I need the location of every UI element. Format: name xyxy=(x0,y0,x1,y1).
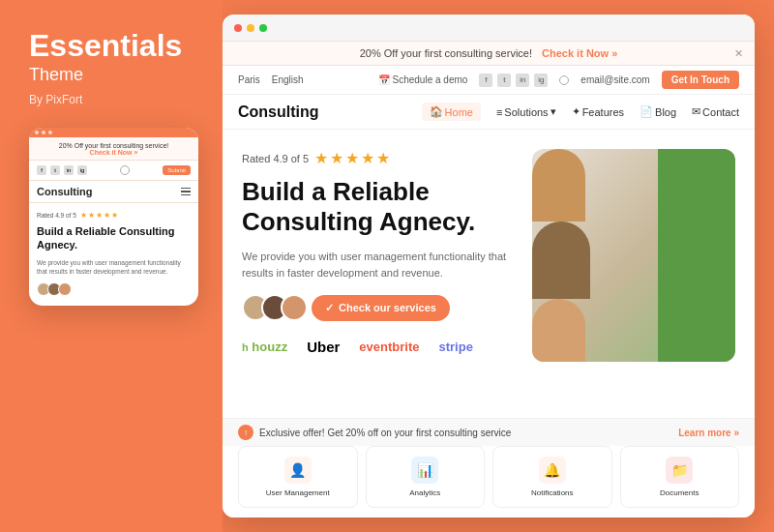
hero-rating: Rated 4.9 of 5 ★ ★ ★ ★ ★ xyxy=(242,149,513,167)
main-nav: Consulting 🏠 Home ≡ Solutions ▾ ✦ Featur… xyxy=(223,95,755,130)
mobile-top-bar xyxy=(29,128,198,137)
mobile-submit-btn[interactable]: Submit xyxy=(163,165,191,175)
brands-row: h houzz Uber eventbrite stripe xyxy=(242,339,513,355)
hero-section: Rated 4.9 of 5 ★ ★ ★ ★ ★ Build a Reliabl… xyxy=(223,130,755,418)
mobile-desc: We provide you with user management func… xyxy=(37,258,191,276)
nav-contact[interactable]: ✉ Contact xyxy=(692,105,739,118)
browser-mockup: 20% Off your first consulting service! C… xyxy=(223,15,755,517)
browser-dot-green xyxy=(259,24,267,32)
language-label: English xyxy=(272,74,304,85)
email-text: email@site.com xyxy=(580,74,649,85)
service-label-2: Analytics xyxy=(409,488,440,497)
service-label-3: Notifications xyxy=(531,488,574,497)
mobile-fb-icon: f xyxy=(37,165,46,175)
header-search-icon[interactable] xyxy=(559,75,569,85)
service-cards-row: 👤 User Management 📊 Analytics 🔔 Notifica… xyxy=(223,446,755,517)
service-icon-4: 📁 xyxy=(666,457,693,484)
offer-icon: ! xyxy=(238,425,253,440)
green-wall xyxy=(658,149,735,362)
site-logo[interactable]: Consulting xyxy=(238,103,319,121)
top-util-left: Paris English xyxy=(238,74,304,85)
hero-headline: Build a Reliable Consulting Agnecy. xyxy=(242,177,513,237)
location-label: Paris xyxy=(238,74,260,85)
mobile-rating: Rated 4.9 of 5 ★ ★ ★ ★ ★ xyxy=(37,211,191,220)
mobile-dot-2 xyxy=(42,131,45,134)
hero-desc: We provide you with user management func… xyxy=(242,249,513,281)
browser-dot-red xyxy=(234,24,242,32)
service-label-1: User Management xyxy=(266,488,330,497)
announcement-close-icon[interactable]: ✕ xyxy=(734,47,743,60)
twitter-icon[interactable]: t xyxy=(497,74,511,87)
app-subtitle: Theme xyxy=(29,65,203,85)
eventbrite-brand: eventbrite xyxy=(359,340,419,354)
browser-dot-yellow xyxy=(247,24,254,32)
mobile-ig-icon: ig xyxy=(77,165,87,175)
exclusive-offer: ! Exclusive offer! Get 20% off on your f… xyxy=(238,425,511,440)
app-by: By PixFort xyxy=(29,93,203,106)
mobile-content: Rated 4.9 of 5 ★ ★ ★ ★ ★ Build a Reliabl… xyxy=(29,203,198,306)
houzz-brand: h houzz xyxy=(242,340,287,354)
mobile-dot-1 xyxy=(35,131,39,134)
nav-blog[interactable]: 📄 Blog xyxy=(640,105,676,118)
service-icon-2: 📊 xyxy=(411,457,438,484)
mobile-stars: ★ ★ ★ ★ ★ xyxy=(80,211,118,220)
get-touch-btn[interactable]: Get In Touch xyxy=(662,71,739,89)
service-card-2: 📊 Analytics xyxy=(366,446,486,508)
mobile-logo-row: Consulting xyxy=(29,181,198,203)
mobile-hamburger-icon[interactable] xyxy=(181,188,191,196)
nav-links: 🏠 Home ≡ Solutions ▾ ✦ Features 📄 Blog ✉… xyxy=(422,103,739,121)
service-card-1: 👤 User Management xyxy=(238,446,358,508)
schedule-demo-btn[interactable]: 📅 Schedule a demo xyxy=(378,74,468,85)
hero-stars: ★ ★ ★ ★ ★ xyxy=(314,149,390,167)
app-title: Essentials xyxy=(29,29,203,63)
mobile-people xyxy=(37,282,191,296)
hero-cta-row: ✓ Check our services xyxy=(242,294,513,321)
left-panel: Essentials Theme By PixFort 20% Off your… xyxy=(0,0,223,532)
check-services-btn[interactable]: ✓ Check our services xyxy=(312,295,450,321)
service-card-4: 📁 Documents xyxy=(620,446,740,508)
service-icon-3: 🔔 xyxy=(539,457,566,484)
mobile-nav-icons: f t in ig xyxy=(37,165,87,175)
hero-image-container xyxy=(532,149,735,408)
mobile-search-icon xyxy=(120,165,130,175)
browser-announcement-bar: 20% Off your first consulting service! C… xyxy=(223,42,755,66)
hero-left: Rated 4.9 of 5 ★ ★ ★ ★ ★ Build a Reliabl… xyxy=(242,149,513,408)
bottom-offer-bar: ! Exclusive offer! Get 20% off on your f… xyxy=(223,418,755,446)
person-silhouette-3 xyxy=(532,299,585,362)
social-icons: f t in ig xyxy=(479,74,548,87)
person-silhouette-2 xyxy=(532,222,590,299)
top-util-right: 📅 Schedule a demo f t in ig email@site.c… xyxy=(378,71,740,89)
mobile-dot-3 xyxy=(48,131,52,134)
service-label-4: Documents xyxy=(660,488,699,497)
mobile-logo: Consulting xyxy=(37,186,92,197)
instagram-icon[interactable]: ig xyxy=(534,74,548,87)
nav-features[interactable]: ✦ Features xyxy=(572,105,624,118)
person-silhouette-1 xyxy=(532,149,585,222)
hero-img-bg xyxy=(532,149,735,362)
nav-home[interactable]: 🏠 Home xyxy=(422,103,481,121)
facebook-icon[interactable]: f xyxy=(479,74,492,87)
nav-solutions[interactable]: ≡ Solutions ▾ xyxy=(496,105,556,118)
hero-avatar-3 xyxy=(281,294,308,321)
mobile-tw-icon: t xyxy=(50,165,60,175)
mobile-headline: Build a Reliable Consulting Agnecy. xyxy=(37,224,191,252)
mobile-mockup: 20% Off your first consulting service! C… xyxy=(29,128,198,306)
mobile-nav: f t in ig Submit xyxy=(29,161,198,181)
hero-avatars xyxy=(242,294,300,321)
hero-image xyxy=(532,149,735,362)
linkedin-icon[interactable]: in xyxy=(516,74,529,87)
uber-brand: Uber xyxy=(307,339,340,355)
mobile-li-icon: in xyxy=(64,165,74,175)
stripe-brand: stripe xyxy=(439,340,473,354)
browser-top-bar xyxy=(223,15,755,42)
mobile-announcement: 20% Off your first consulting service! C… xyxy=(29,137,198,161)
service-icon-1: 👤 xyxy=(284,457,312,484)
top-utility-bar: Paris English 📅 Schedule a demo f t in i… xyxy=(223,66,755,95)
learn-more-btn[interactable]: Learn more » xyxy=(678,428,739,438)
mobile-avatar-3 xyxy=(58,282,72,296)
service-card-3: 🔔 Notifications xyxy=(492,446,612,508)
